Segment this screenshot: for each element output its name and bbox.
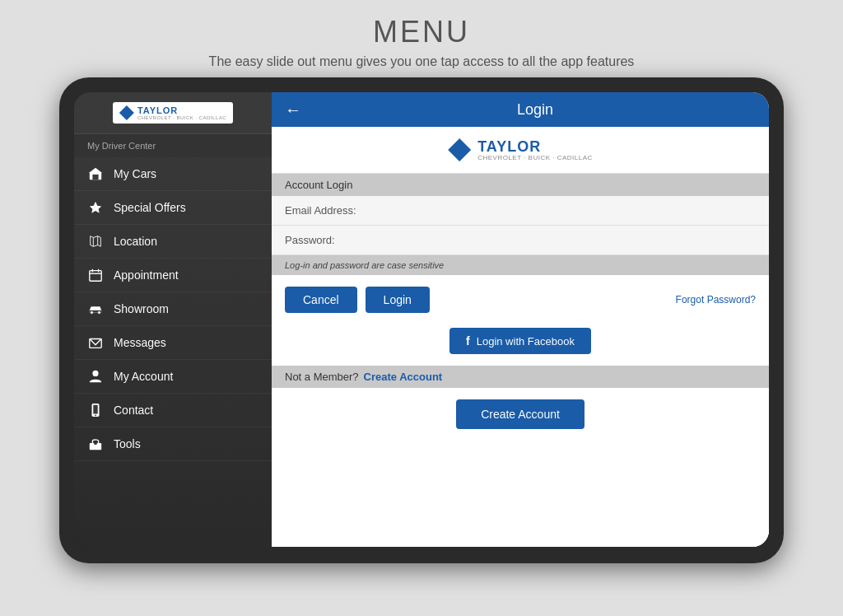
sidebar-logo: TAYLOR CHEVROLET · BUICK · CADILLAC (74, 92, 272, 134)
create-account-link[interactable]: Create Account (364, 371, 443, 383)
content-area: TAYLOR CHEVROLET · BUICK · CADILLAC Acco… (272, 127, 769, 547)
envelope-icon (87, 334, 104, 351)
sidebar-item-tools[interactable]: Tools (74, 427, 272, 461)
calendar-icon (87, 267, 104, 283)
login-button[interactable]: Login (366, 287, 430, 313)
create-account-button[interactable]: Create Account (456, 399, 585, 429)
map-icon (87, 233, 104, 250)
sidebar: TAYLOR CHEVROLET · BUICK · CADILLAC My D… (74, 92, 272, 547)
sidebar-item-special-offers[interactable]: Special Offers (74, 191, 272, 225)
main-content: ← Login TAYLOR CHEVROLET · BUICK · CADIL… (272, 92, 769, 547)
form-section-header: Account Login (272, 174, 769, 196)
app-container: TAYLOR CHEVROLET · BUICK · CADILLAC My D… (74, 92, 769, 547)
taylor-logo-icon (119, 105, 134, 120)
sidebar-label-my-account: My Account (114, 370, 173, 383)
svg-point-12 (98, 311, 101, 315)
forgot-password-link[interactable]: Forgot Password? (676, 294, 756, 306)
login-note: Log-in and password are case sensitive (272, 255, 769, 275)
star-icon (87, 199, 104, 216)
sidebar-label-contact: Contact (114, 404, 153, 417)
email-field-row: Email Address: (272, 196, 769, 226)
svg-marker-1 (89, 168, 102, 173)
not-member-text: Not a Member? (285, 371, 359, 383)
not-member-bar: Not a Member? Create Account (272, 366, 769, 388)
sidebar-item-my-account[interactable]: My Account (74, 360, 272, 394)
app-header: ← Login (272, 92, 769, 127)
sidebar-item-appointment[interactable]: Appointment (74, 259, 272, 292)
svg-rect-16 (93, 405, 97, 414)
svg-rect-6 (90, 271, 101, 282)
brand-icon-large (448, 138, 471, 161)
sidebar-item-contact[interactable]: Contact (74, 394, 272, 427)
logo-text: TAYLOR CHEVROLET · BUICK · CADILLAC (137, 106, 226, 120)
brand-name: TAYLOR (477, 139, 593, 154)
svg-point-14 (92, 371, 98, 376)
logo-name: TAYLOR (137, 106, 226, 115)
tablet-screen: TAYLOR CHEVROLET · BUICK · CADILLAC My D… (74, 92, 769, 547)
sidebar-label-appointment: Appointment (114, 268, 179, 282)
svg-rect-19 (94, 442, 97, 445)
sidebar-label-location: Location (114, 235, 157, 248)
password-field-row: Password: (272, 226, 769, 255)
brand-logo-bar: TAYLOR CHEVROLET · BUICK · CADILLAC (272, 127, 769, 174)
sidebar-label-my-cars: My Cars (114, 167, 156, 180)
sidebar-item-showroom[interactable]: Showroom (74, 292, 272, 326)
brand-text-group: TAYLOR CHEVROLET · BUICK · CADILLAC (477, 139, 593, 161)
cancel-button[interactable]: Cancel (285, 287, 357, 313)
page-subtitle: The easy slide out menu gives you one ta… (16, 54, 827, 69)
facebook-login-button[interactable]: f Login with Facebook (449, 328, 591, 354)
page-title: MENU (16, 15, 827, 49)
sidebar-label-tools: Tools (114, 437, 141, 450)
sidebar-nav: My Cars Special Offers (74, 157, 272, 547)
facebook-btn-label: Login with Facebook (477, 335, 575, 348)
brand-tagline: CHEVROLET · BUICK · CADILLAC (477, 154, 593, 161)
svg-rect-2 (92, 175, 98, 180)
sidebar-item-messages[interactable]: Messages (74, 326, 272, 360)
logo-sub: CHEVROLET · BUICK · CADILLAC (137, 115, 226, 120)
page-header: MENU The easy slide out menu gives you o… (0, 0, 843, 77)
sidebar-section-title: My Driver Center (74, 134, 272, 157)
phone-icon (87, 402, 104, 418)
back-button[interactable]: ← (285, 100, 301, 119)
sidebar-item-location[interactable]: Location (74, 225, 272, 259)
sidebar-label-special-offers: Special Offers (114, 201, 186, 214)
toolbox-icon (87, 436, 104, 452)
create-account-section: Create Account (272, 388, 769, 547)
svg-point-17 (95, 414, 96, 416)
tablet-device: TAYLOR CHEVROLET · BUICK · CADILLAC My D… (59, 77, 784, 563)
email-label: Email Address: (285, 204, 356, 217)
garage-icon (87, 166, 104, 182)
facebook-icon: f (466, 334, 470, 348)
sidebar-item-my-cars[interactable]: My Cars (74, 157, 272, 191)
button-row: Cancel Login Forgot Password? (272, 275, 769, 324)
svg-point-11 (91, 311, 94, 315)
sidebar-label-messages: Messages (114, 336, 166, 349)
password-label: Password: (285, 234, 335, 246)
svg-marker-3 (90, 202, 101, 213)
facebook-row: f Login with Facebook (272, 324, 769, 366)
brand-logo-inner: TAYLOR CHEVROLET · BUICK · CADILLAC (448, 138, 593, 161)
header-title: Login (314, 101, 756, 119)
sidebar-label-showroom: Showroom (114, 302, 169, 315)
person-icon (87, 368, 104, 385)
car-icon (87, 301, 104, 317)
logo-box: TAYLOR CHEVROLET · BUICK · CADILLAC (113, 102, 233, 124)
